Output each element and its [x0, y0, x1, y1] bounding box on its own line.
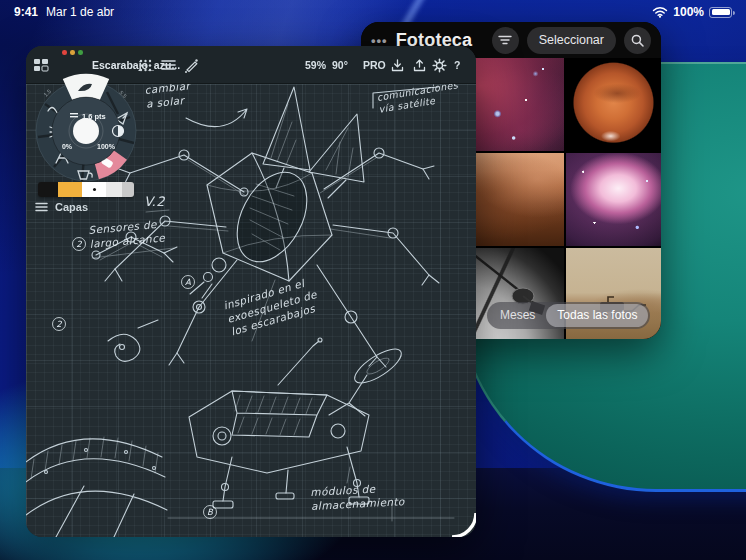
timeline-segmented-control: Meses Todas las fotos [487, 302, 650, 329]
help-button[interactable]: ? [454, 59, 460, 71]
status-bar: 9:41 Mar 1 de abr 100% [0, 0, 746, 24]
status-time: 9:41 [14, 5, 38, 19]
tool-wheel[interactable]: 1.6 pts 0% 100% 1.5 5.5 [26, 71, 146, 191]
wifi-icon [652, 6, 668, 18]
drawing-window: Escarabajo_azu... [26, 46, 476, 537]
photo-tile[interactable] [469, 58, 564, 151]
annotation-marker: 2 [72, 237, 86, 251]
photo-tile[interactable] [566, 153, 661, 246]
opacity-max-label: 100% [97, 143, 116, 150]
annotation-modulos: módulos de almacenamiento [310, 481, 405, 513]
annotation-comunicaciones: comunicaciones vía satélite [376, 79, 461, 116]
annotation-sensores: Sensores de largo alcance [88, 217, 166, 251]
filter-lines-icon [498, 35, 512, 45]
selection-pen-icon [184, 58, 199, 73]
grid-dots-icon [139, 59, 152, 72]
view-menu-button[interactable] [159, 56, 177, 74]
layers-button-label: Capas [55, 201, 88, 213]
annotation-cambiar: cambiar a solar [144, 79, 192, 111]
window-control-dots[interactable] [62, 50, 83, 55]
layers-button[interactable]: Capas [35, 201, 88, 213]
selection-tool-button[interactable] [182, 56, 200, 74]
photo-tile[interactable] [566, 58, 661, 151]
export-button[interactable] [410, 56, 428, 74]
annotation-marker: B [203, 505, 217, 519]
battery-percent: 100% [673, 5, 704, 19]
search-icon [631, 34, 644, 47]
layers-lines-icon [35, 202, 48, 212]
annotation-marker: 2 [52, 317, 66, 331]
pro-badge[interactable]: PRO [363, 59, 386, 71]
palette-swatch[interactable] [58, 182, 82, 197]
palette-swatch[interactable] [106, 182, 122, 197]
opacity-min-label: 0% [62, 143, 73, 150]
wheel-center-button[interactable] [73, 118, 99, 144]
lines-menu-icon [161, 59, 176, 71]
window-dot-green [78, 50, 83, 55]
photo-tile[interactable] [469, 153, 564, 246]
settings-button[interactable] [430, 56, 448, 74]
window-dot-red [62, 50, 67, 55]
annotation-version: V.2 [144, 194, 165, 211]
import-button[interactable] [388, 56, 406, 74]
palette-swatch[interactable] [38, 182, 58, 197]
palette-swatch-selected[interactable] [82, 182, 106, 197]
window-dot-yellow [70, 50, 75, 55]
battery-icon [709, 7, 732, 18]
photo-grid [469, 58, 661, 339]
annotation-inspirado: inspirado en el exoesqueleto de los esca… [222, 274, 322, 339]
color-palette [38, 182, 134, 197]
tray-down-icon [390, 58, 405, 73]
segment-todas-las-fotos[interactable]: Todas las fotos [546, 304, 648, 327]
annotation-marker: A [181, 275, 195, 289]
search-button[interactable] [624, 27, 651, 54]
palette-swatch[interactable] [122, 182, 134, 197]
view-options-button[interactable] [492, 27, 519, 54]
status-date: Mar 1 de abr [46, 5, 114, 19]
ipad-screen: 9:41 Mar 1 de abr 100% ••• Fototeca [0, 0, 746, 560]
rotation-value[interactable]: 90° [332, 59, 348, 71]
segment-meses[interactable]: Meses [489, 304, 546, 327]
select-button[interactable]: Seleccionar [527, 27, 616, 54]
tray-up-icon [412, 58, 427, 73]
zoom-level[interactable]: 59% [305, 59, 326, 71]
gear-icon [432, 58, 447, 73]
